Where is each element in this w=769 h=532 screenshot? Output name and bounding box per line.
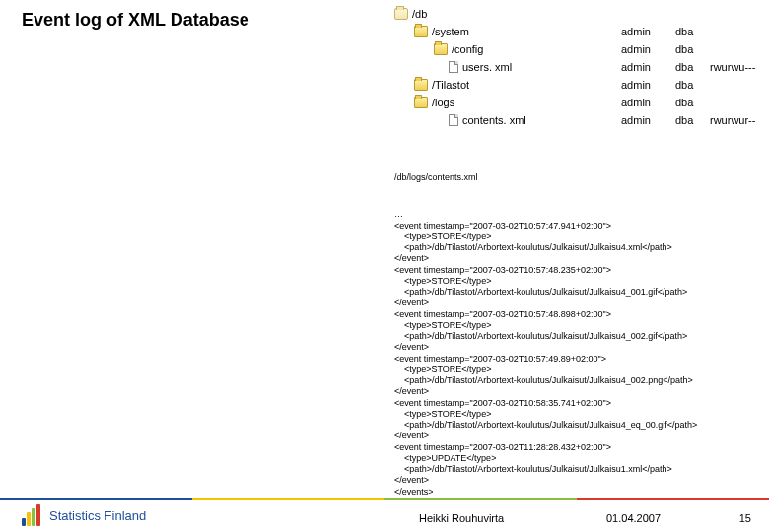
tree-user: admin <box>621 79 651 91</box>
tree-user: admin <box>621 61 651 73</box>
folder-icon <box>414 26 428 37</box>
logo-icon <box>22 504 43 526</box>
tree-user: admin <box>621 97 651 108</box>
tree-perm: rwurwu--- <box>710 61 755 73</box>
database-icon <box>394 8 408 20</box>
file-icon <box>449 114 458 126</box>
tree-row: /systemadmindba <box>394 24 759 39</box>
tree-user: admin <box>621 43 651 55</box>
tree-perm: rwurwur-- <box>710 114 755 126</box>
footer-date: 01.04.2007 <box>606 512 661 524</box>
folder-icon <box>434 43 448 55</box>
footer-page: 15 <box>739 512 751 524</box>
tree-label: users. xml <box>462 61 512 73</box>
footer-stripes <box>0 498 769 500</box>
tree-row: /configadmindba <box>394 41 759 57</box>
tree-group: dba <box>675 114 693 126</box>
log-body: … <event timestamp="2007-03-02T10:57:47.… <box>394 209 759 498</box>
tree-row: /logsadmindba <box>394 95 759 110</box>
log-panel: /db/logs/contents.xml … <event timestamp… <box>394 150 759 508</box>
log-filename: /db/logs/contents.xml <box>394 172 759 183</box>
folder-icon <box>414 79 428 91</box>
logo: Statistics Finland <box>22 504 146 526</box>
folder-icon <box>414 97 428 108</box>
tree-row: /Tilastotadmindba <box>394 77 759 93</box>
tree-label: /system <box>432 26 469 37</box>
tree-group: dba <box>675 26 693 37</box>
tree-root: /db <box>394 6 759 22</box>
tree-group: dba <box>675 61 693 73</box>
file-icon <box>449 61 458 73</box>
tree-label: /logs <box>432 97 454 108</box>
tree-label: /Tilastot <box>432 79 469 91</box>
tree-row: users. xmladmindbarwurwu--- <box>394 59 759 75</box>
tree-label: /config <box>452 43 483 55</box>
tree-group: dba <box>675 97 693 108</box>
tree-group: dba <box>675 43 693 55</box>
tree-row: contents. xmladmindbarwurwur-- <box>394 112 759 128</box>
tree-user: admin <box>621 26 651 37</box>
slide-title: Event log of XML Database <box>22 10 249 31</box>
tree-group: dba <box>675 79 693 91</box>
footer: Statistics Finland Heikki Rouhuvirta 01.… <box>0 493 769 526</box>
tree-label: contents. xml <box>462 114 526 126</box>
tree-user: admin <box>621 114 651 126</box>
db-tree: /db /systemadmindba/configadmindbausers.… <box>394 6 759 130</box>
tree-root-label: /db <box>412 8 427 20</box>
footer-author: Heikki Rouhuvirta <box>419 512 504 524</box>
logo-text: Statistics Finland <box>49 508 146 523</box>
